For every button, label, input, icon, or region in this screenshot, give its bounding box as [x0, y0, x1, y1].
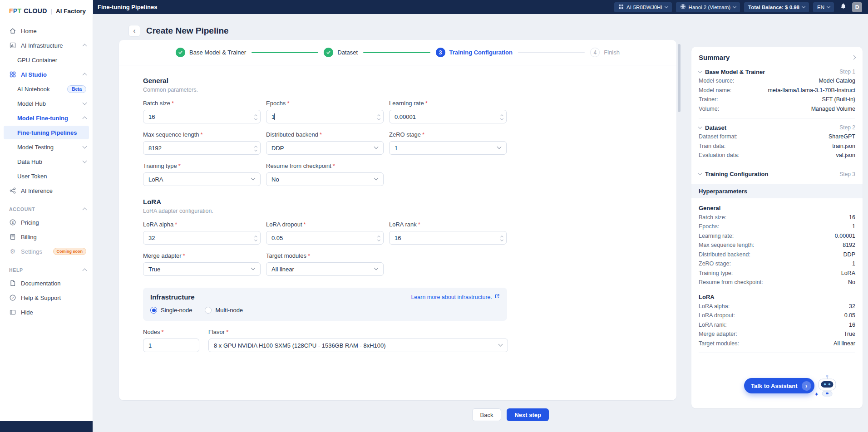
- sidebar-item-fine-tuning-pipelines[interactable]: Fine-tuning Pipelines: [4, 126, 89, 139]
- summary-row: Evaluation data:val.json: [699, 151, 855, 160]
- resume-from-checkpoint-select[interactable]: No: [266, 172, 384, 186]
- sidebar-item-gpu-container[interactable]: GPU Container: [0, 53, 93, 67]
- vertical-scrollbar[interactable]: [678, 41, 681, 399]
- learning-rate-input[interactable]: [389, 110, 507, 123]
- app-logo[interactable]: FPT CLOUD | AI Factory: [0, 0, 93, 22]
- general-section-subtitle: Common parameters.: [143, 87, 518, 93]
- back-arrow-button[interactable]: ‹: [128, 25, 140, 37]
- sidebar-section-account[interactable]: ACCOUNT: [0, 203, 93, 215]
- balance-selector[interactable]: Total Balance: $ 0.98: [744, 2, 809, 12]
- sidebar-item-help-support[interactable]: ? Help & Support: [0, 290, 93, 305]
- number-stepper[interactable]: [255, 141, 257, 155]
- sidebar-item-documentation[interactable]: Documentation: [0, 276, 93, 290]
- divider: [699, 165, 855, 165]
- sidebar-item-settings[interactable]: ⚙ Settings Coming soon: [0, 244, 93, 259]
- talk-to-assistant-button[interactable]: Talk to Assistant ›: [744, 378, 814, 393]
- step-base-model-trainer[interactable]: Base Model & Trainer: [176, 48, 246, 57]
- sparkle-icon: ✦: [814, 391, 819, 398]
- single-node-radio[interactable]: Single-node: [150, 307, 192, 314]
- infrastructure-learn-more-link[interactable]: Learn more about infrastructure.: [411, 294, 500, 300]
- chevron-down-icon: [251, 176, 256, 181]
- chevron-down-icon: [251, 266, 256, 270]
- zero-stage-select[interactable]: 1: [389, 141, 507, 155]
- max-sequence-length-input[interactable]: [143, 141, 261, 155]
- number-stepper[interactable]: [378, 231, 380, 245]
- multi-node-radio[interactable]: Multi-node: [205, 307, 243, 314]
- sidebar-item-ai-infrastructure[interactable]: AI Infrastructure: [0, 38, 93, 53]
- sidebar-item-user-token[interactable]: User Token: [0, 169, 93, 183]
- lora-alpha-input[interactable]: [143, 231, 261, 245]
- sidebar-item-data-hub[interactable]: Data Hub: [0, 154, 93, 169]
- page-title: Create New Pipeline: [146, 26, 229, 36]
- chevron-down-icon: [733, 5, 736, 8]
- sidebar-item-billing[interactable]: Billing: [0, 230, 93, 244]
- chevron-up-icon: [83, 73, 87, 78]
- topbar: Fine-tuning Pipelines AI-5R8DWJ0HI Hanoi…: [93, 0, 868, 14]
- assistant-mascot-icon[interactable]: ✦: [815, 373, 839, 398]
- step-dataset[interactable]: Dataset: [324, 48, 358, 57]
- max-sequence-length-field: Max sequence length*: [143, 131, 261, 155]
- flavor-select[interactable]: 8 x GPU NVIDIA H100 SXM5 (128CPU - 1536G…: [208, 339, 508, 352]
- form-body: General Common parameters. Batch size* E…: [119, 65, 518, 352]
- sidebar-item-model-fine-tuning[interactable]: Model Fine-tuning: [0, 111, 93, 125]
- number-stepper[interactable]: [255, 110, 257, 123]
- chevron-up-icon: [83, 208, 87, 212]
- batch-size-input[interactable]: [143, 110, 261, 123]
- step-training-configuration[interactable]: 3 Training Configuration: [436, 48, 513, 57]
- lora-dropout-input[interactable]: [266, 231, 384, 245]
- chevron-down-icon: [664, 5, 668, 8]
- radio-unselected-icon: [205, 307, 212, 314]
- back-button[interactable]: Back: [472, 408, 502, 421]
- language-selector[interactable]: EN: [813, 2, 834, 12]
- chevron-up-icon: [83, 269, 87, 273]
- question-icon: ?: [9, 294, 16, 301]
- summary-row: Target modules:All linear: [699, 339, 855, 349]
- epochs-input[interactable]: [266, 110, 384, 123]
- svg-text:$: $: [12, 221, 14, 225]
- number-stepper[interactable]: [255, 231, 257, 245]
- number-stepper[interactable]: [501, 231, 503, 245]
- notifications-button[interactable]: [838, 2, 848, 12]
- distributed-backend-select[interactable]: DDP: [266, 141, 384, 155]
- logo-divider: |: [51, 8, 52, 15]
- next-step-button[interactable]: Next step: [507, 408, 549, 421]
- infrastructure-section-title: Infrastructure: [150, 293, 195, 301]
- epochs-field: Epochs*: [266, 100, 384, 123]
- collapse-chevron-right-icon[interactable]: [852, 55, 856, 60]
- chevron-down-icon: [83, 159, 87, 163]
- sidebar-item-ai-notebook[interactable]: AI Notebook Beta: [0, 82, 93, 96]
- summary-section-training-configuration[interactable]: Training Configuration Step 3: [699, 170, 855, 179]
- summary-section-base-model[interactable]: Base Model & Trainer Step 1: [699, 67, 855, 76]
- lora-rank-field: LoRA rank*: [389, 221, 507, 245]
- target-modules-select[interactable]: All linear: [266, 262, 384, 276]
- learning-rate-field: Learning rate*: [389, 100, 507, 123]
- summary-section-dataset[interactable]: Dataset Step 2: [699, 123, 855, 132]
- chevron-down-icon: [374, 266, 379, 270]
- nodes-input[interactable]: [143, 339, 199, 352]
- sidebar-section-help[interactable]: HELP: [0, 264, 93, 276]
- sidebar-item-model-testing[interactable]: Model Testing: [0, 140, 93, 154]
- project-selector[interactable]: AI-5R8DWJ0HI: [614, 2, 672, 12]
- sidebar-item-home[interactable]: Home: [0, 24, 93, 38]
- divider: [699, 118, 855, 118]
- user-avatar[interactable]: D: [852, 2, 862, 12]
- sidebar-item-ai-studio[interactable]: AI Studio: [0, 67, 93, 82]
- training-type-select[interactable]: LoRA: [143, 172, 261, 186]
- sidebar-item-model-hub[interactable]: Model Hub: [0, 96, 93, 111]
- target-modules-field: Target modules* All linear: [266, 252, 384, 276]
- summary-row: Resume from checkpoint:No: [699, 278, 855, 287]
- sidebar-item-pricing[interactable]: $ Pricing: [0, 215, 93, 230]
- merge-adapter-select[interactable]: True: [143, 262, 261, 276]
- bell-icon: [840, 3, 847, 11]
- number-stepper[interactable]: [501, 110, 503, 123]
- chevron-down-icon: [698, 69, 702, 73]
- page-header: ‹ Create New Pipeline: [128, 25, 229, 37]
- lora-rank-input[interactable]: [389, 231, 507, 245]
- sidebar-item-hide[interactable]: Hide: [0, 305, 93, 319]
- summary-row: Batch size:16: [699, 213, 855, 222]
- region-selector[interactable]: Hanoi 2 (Vietnam): [676, 2, 740, 12]
- scrollbar-thumb[interactable]: [678, 44, 681, 112]
- step-number-badge: 3: [436, 48, 445, 57]
- number-stepper[interactable]: [378, 110, 380, 123]
- sidebar-item-ai-inference[interactable]: AI Inference: [0, 183, 93, 198]
